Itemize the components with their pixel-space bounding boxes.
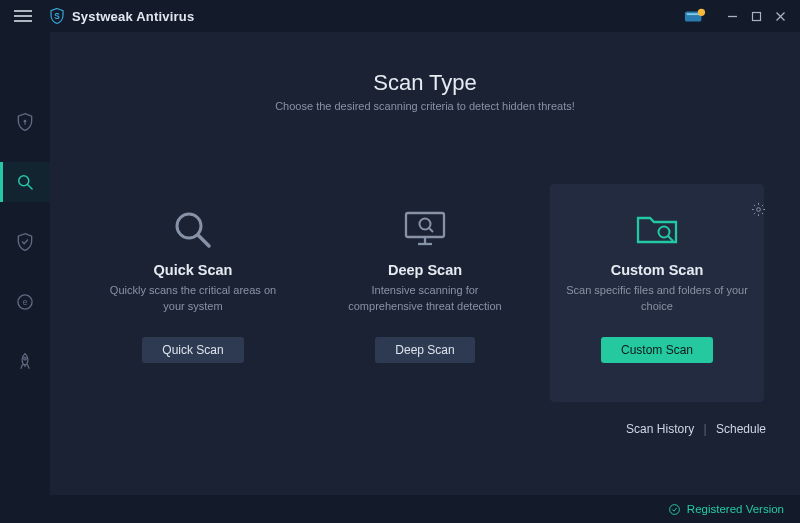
maximize-button[interactable] [744,4,768,28]
custom-scan-button[interactable]: Custom Scan [601,337,713,363]
magnifier-icon [169,204,217,256]
page-subtitle: Choose the desired scanning criteria to … [78,100,772,112]
schedule-link[interactable]: Schedule [716,422,766,436]
link-separator: | [703,422,706,436]
sidebar-item-web[interactable]: e [0,282,50,322]
page-title: Scan Type [78,70,772,96]
license-status: Registered Version [687,503,784,515]
scan-history-link[interactable]: Scan History [626,422,694,436]
svg-point-3 [698,9,705,16]
card-quick-scan: Quick Scan Quickly scans the critical ar… [86,184,300,402]
app-logo-icon: S [48,7,66,25]
svg-point-21 [420,219,431,230]
svg-line-24 [668,236,673,241]
minimize-button[interactable] [720,4,744,28]
svg-text:e: e [23,297,28,307]
card-custom-scan: Custom Scan Scan specific files and fold… [550,184,764,402]
card-title: Custom Scan [611,262,704,278]
scan-settings-button[interactable] [751,202,766,221]
app-title: Systweak Antivirus [72,9,194,24]
status-bar: Registered Version [0,495,800,523]
titlebar: S Systweak Antivirus [0,0,800,32]
notification-badge-icon[interactable] [684,8,706,24]
svg-rect-2 [687,13,700,15]
scan-cards: Quick Scan Quickly scans the critical ar… [78,184,772,402]
close-button[interactable] [768,4,792,28]
svg-point-15 [757,208,761,212]
menu-button[interactable] [8,6,38,26]
sidebar-item-boost[interactable] [0,342,50,382]
main-content: Scan Type Choose the desired scanning cr… [50,32,800,495]
monitor-scan-icon [400,204,450,256]
card-desc: Scan specific files and folders of your … [562,283,752,315]
svg-line-22 [429,228,433,232]
footer-links: Scan History | Schedule [78,422,772,436]
card-desc: Quickly scans the critical areas on your… [98,283,288,315]
card-title: Deep Scan [388,262,462,278]
sidebar-item-shield-check[interactable] [0,222,50,262]
sidebar-item-protection[interactable] [0,102,50,142]
svg-rect-18 [406,213,444,237]
svg-point-23 [659,227,670,238]
svg-text:S: S [54,12,60,21]
quick-scan-button[interactable]: Quick Scan [142,337,243,363]
sidebar: e [0,32,50,495]
svg-line-17 [198,235,209,246]
svg-point-25 [669,504,679,514]
svg-line-11 [28,185,33,190]
card-deep-scan: Deep Scan Intensive scanning for compreh… [318,184,532,402]
svg-point-8 [24,120,27,123]
deep-scan-button[interactable]: Deep Scan [375,337,474,363]
card-title: Quick Scan [154,262,233,278]
folder-scan-icon [632,204,682,256]
svg-rect-5 [752,12,760,20]
sidebar-item-scan[interactable] [0,162,50,202]
check-circle-icon [668,503,681,516]
card-desc: Intensive scanning for comprehensive thr… [330,283,520,315]
page-heading: Scan Type Choose the desired scanning cr… [78,70,772,112]
svg-point-14 [24,357,27,360]
